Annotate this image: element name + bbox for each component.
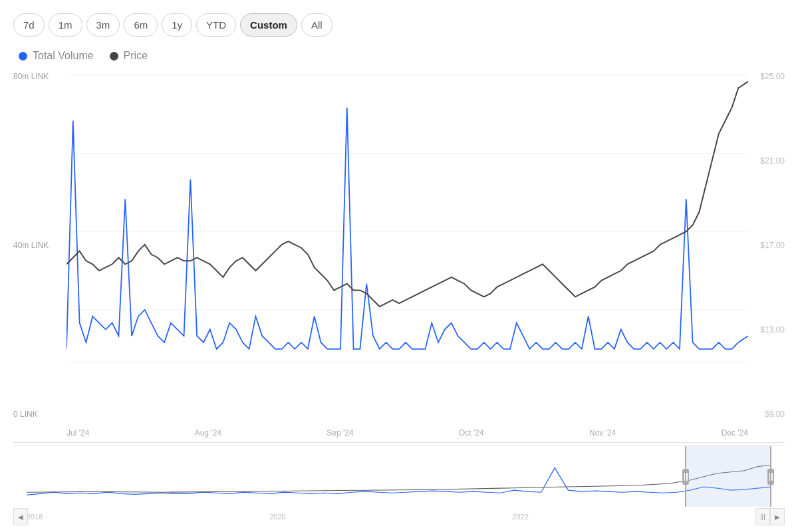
time-filter-custom[interactable]: Custom [240, 13, 297, 37]
time-filter-7d[interactable]: 7d [13, 13, 45, 37]
time-filter-1y[interactable]: 1y [162, 13, 192, 37]
time-filter-all[interactable]: All [301, 13, 332, 37]
navigator-handle-left[interactable] [682, 469, 689, 485]
legend-dot-0 [19, 52, 27, 61]
time-filter-3m[interactable]: 3m [86, 13, 120, 37]
chart-legend: Total VolumePrice [13, 50, 785, 62]
main-chart: 80m LINK 40m LINK 0 LINK $25.00 $21.00 $… [13, 68, 785, 443]
time-filter-1m[interactable]: 1m [49, 13, 82, 37]
navigator: 2018 2020 2022 2024 ◀ ||| ▶ [13, 446, 785, 525]
navigator-handle-right[interactable] [767, 469, 774, 485]
y-axis-right: $25.00 $21.00 $17.00 $13.00 $9.00 [748, 68, 785, 422]
scroll-right-button[interactable]: ▶ [770, 508, 785, 525]
legend-label-1: Price [124, 50, 148, 62]
y-axis-left: 80m LINK 40m LINK 0 LINK [13, 68, 66, 422]
y-right-label-3: $17.00 [748, 241, 785, 250]
time-filter-ytd[interactable]: YTD [196, 13, 236, 37]
scroll-center-button[interactable]: ||| [755, 508, 770, 525]
nav-x-2022: 2022 [512, 513, 528, 521]
navigator-svg [27, 446, 771, 500]
chart-wrapper: 80m LINK 40m LINK 0 LINK $25.00 $21.00 $… [13, 68, 785, 525]
x-label-4: Oct '24 [459, 428, 484, 438]
x-axis: Jul '24 Aug '24 Sep '24 Oct '24 Nov '24 … [66, 424, 748, 442]
nav-x-2020: 2020 [269, 513, 285, 521]
y-right-label-4: $13.00 [748, 325, 785, 334]
legend-dot-1 [110, 52, 118, 61]
time-filter-6m[interactable]: 6m [124, 13, 158, 37]
x-label-6: Dec '24 [722, 428, 748, 438]
x-label-3: Sep '24 [327, 428, 353, 438]
nav-x-2018: 2018 [27, 513, 43, 521]
y-right-label-5: $9.00 [748, 410, 785, 419]
x-label-5: Nov '24 [589, 428, 616, 438]
navigator-selection [685, 446, 771, 507]
scroll-left-button[interactable]: ◀ [13, 508, 28, 525]
y-right-label-2: $21.00 [748, 156, 785, 166]
x-label-1: Jul '24 [66, 428, 89, 438]
main-container: 7d1m3m6m1yYTDCustomAll Total VolumePrice… [0, 0, 798, 532]
y-right-label-1: $25.00 [748, 72, 785, 81]
legend-label-0: Total Volume [33, 50, 94, 62]
legend-item-0: Total Volume [19, 50, 94, 62]
y-left-label-mid: 40m LINK [13, 241, 66, 250]
y-left-label-top: 80m LINK [13, 72, 66, 81]
time-filter-bar: 7d1m3m6m1yYTDCustomAll [13, 13, 785, 37]
legend-item-1: Price [110, 50, 148, 62]
y-left-label-bot: 0 LINK [13, 410, 66, 419]
x-label-2: Aug '24 [195, 428, 221, 438]
navigator-x-axis: 2018 2020 2022 2024 [27, 508, 771, 525]
main-chart-svg [66, 68, 748, 382]
